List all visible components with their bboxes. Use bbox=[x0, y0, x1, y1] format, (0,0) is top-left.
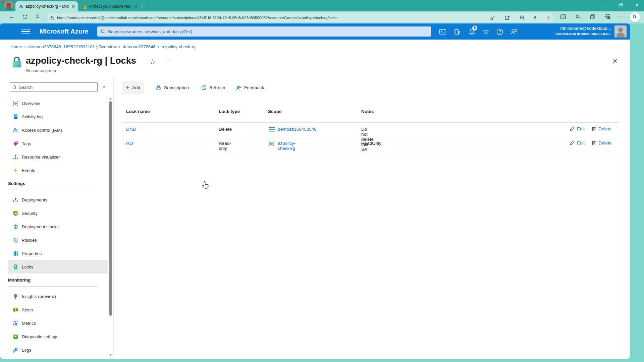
table-divider bbox=[122, 122, 619, 123]
browser-profile-avatar[interactable] bbox=[4, 1, 13, 10]
delete-trash-icon[interactable] bbox=[591, 126, 596, 131]
breadcrumb-home[interactable]: Home bbox=[10, 44, 22, 49]
scope-link[interactable]: azpolicy-check-rg bbox=[278, 141, 296, 151]
sidebar-search-input[interactable]: Search bbox=[10, 82, 98, 92]
account-badge[interactable]: rithinskaria@kodekloud... KODEKLOUD (KOD… bbox=[543, 26, 611, 36]
scrollbar-up-arrow[interactable]: ▲ bbox=[109, 97, 112, 100]
tab-close-icon[interactable]: ✕ bbox=[71, 4, 75, 9]
edit-pencil-icon[interactable] bbox=[570, 140, 575, 145]
window-minimize-button[interactable]: — bbox=[603, 3, 608, 8]
delete-link[interactable]: Delete bbox=[598, 126, 611, 131]
sidebar-item-logs[interactable]: Logs bbox=[8, 343, 108, 357]
delete-trash-icon[interactable] bbox=[591, 140, 596, 145]
sidebar-item-deployment-stacks[interactable]: Deployment stacks bbox=[8, 220, 108, 233]
home-button[interactable]: ⌂ bbox=[36, 12, 39, 19]
sidebar-item-locks[interactable]: Locks bbox=[8, 260, 108, 274]
tab-close-icon[interactable]: ✕ bbox=[134, 4, 138, 9]
portal-menu-icon[interactable] bbox=[21, 29, 30, 34]
favorite-star-icon[interactable]: ☆ bbox=[150, 58, 156, 66]
read-aloud-icon[interactable]: A⁾ bbox=[534, 15, 538, 20]
account-tenant: KODEKLOUD (KODEKLOUDLAB.O... bbox=[543, 32, 611, 36]
sidebar-item-insights[interactable]: Insights (preview) bbox=[8, 290, 108, 303]
help-icon[interactable] bbox=[496, 28, 503, 36]
security-icon bbox=[13, 210, 18, 216]
section-divider bbox=[8, 190, 97, 190]
favorites-icon[interactable] bbox=[575, 14, 581, 20]
tab-title: Protect your Azure resources wit bbox=[89, 4, 131, 9]
sidebar-item-policies[interactable]: Policies bbox=[8, 233, 108, 247]
azure-portal-window: Microsoft Azure Search resources, servic… bbox=[0, 23, 630, 359]
sidebar-scrollbar-thumb[interactable] bbox=[109, 101, 112, 316]
sidebar-item-tags[interactable]: Tags bbox=[8, 137, 108, 150]
browser-menu-dots-icon[interactable]: ⋯ bbox=[619, 13, 624, 19]
split-screen-icon[interactable] bbox=[560, 14, 566, 20]
copilot-discover-icon[interactable]: b bbox=[630, 12, 640, 22]
sidebar-item-alerts[interactable]: Alerts bbox=[8, 303, 108, 316]
page-subtitle: Resource group bbox=[26, 68, 56, 73]
edit-link[interactable]: Edit bbox=[577, 126, 585, 131]
reload-button[interactable] bbox=[22, 14, 28, 20]
resource-group-icon bbox=[268, 141, 275, 146]
column-header-lock-name[interactable]: Lock name bbox=[126, 109, 150, 114]
new-tab-button[interactable]: + bbox=[146, 2, 150, 9]
sidebar-section-settings: Settings bbox=[8, 181, 99, 186]
subscription-lock-icon bbox=[156, 85, 161, 90]
azure-brand[interactable]: Microsoft Azure bbox=[40, 28, 89, 35]
subscription-button[interactable]: Subscription bbox=[152, 81, 193, 94]
window-restore-button[interactable] bbox=[619, 3, 623, 7]
edit-pencil-icon[interactable] bbox=[570, 126, 575, 131]
column-header-lock-type[interactable]: Lock type bbox=[219, 109, 240, 114]
column-header-notes[interactable]: Notes bbox=[361, 109, 374, 114]
directory-filter-icon[interactable] bbox=[454, 28, 461, 36]
refresh-button[interactable]: Refresh bbox=[197, 81, 229, 94]
page-title: azpolicy-check-rg | Locks bbox=[26, 56, 136, 66]
resource-lock-icon bbox=[11, 56, 22, 68]
browser-tab-inactive[interactable]: Protect your Azure resources wit ✕ bbox=[79, 1, 140, 11]
scrollbar-down-arrow[interactable]: ▼ bbox=[109, 353, 112, 357]
scope-link[interactable]: demoaz356453546 bbox=[278, 127, 317, 132]
edit-link[interactable]: Edit bbox=[577, 140, 585, 145]
sidebar-item-properties[interactable]: Properties bbox=[8, 247, 108, 260]
deployments-icon bbox=[13, 197, 18, 203]
sidebar-item-diagnostic-settings[interactable]: Diagnostic settings bbox=[8, 330, 108, 343]
sidebar-section-monitoring: Monitoring bbox=[8, 278, 99, 283]
workspaces-icon[interactable] bbox=[505, 15, 510, 20]
address-bar[interactable]: https://portal.azure.com/#@kodekloudlab.… bbox=[47, 13, 554, 22]
refresh-icon bbox=[201, 85, 207, 90]
blade-close-icon[interactable]: × bbox=[612, 56, 618, 65]
alerts-icon bbox=[13, 307, 18, 313]
sidebar-item-access-control[interactable]: Access control (IAM) bbox=[8, 123, 108, 137]
sidebar-item-events[interactable]: Events bbox=[8, 164, 108, 177]
zoom-page-icon[interactable] bbox=[520, 15, 525, 20]
title-more-icon[interactable]: … bbox=[164, 56, 170, 63]
settings-gear-icon[interactable] bbox=[482, 28, 490, 36]
add-lock-button[interactable]: + Add bbox=[122, 81, 144, 94]
browser-tab-active[interactable]: azpolicy-check-rg - Microsoft Az ✕ bbox=[15, 1, 78, 11]
feedback-button[interactable]: Feedback bbox=[232, 81, 268, 94]
column-header-scope[interactable]: Scope bbox=[268, 109, 282, 114]
lock-name-link[interactable]: RO bbox=[126, 141, 133, 146]
delete-link[interactable]: Delete bbox=[598, 140, 611, 145]
sidebar-item-resource-visualizer[interactable]: Resource visualizer bbox=[8, 150, 108, 164]
feedback-icon bbox=[236, 85, 241, 90]
sidebar-item-security[interactable]: Security bbox=[8, 206, 108, 220]
account-avatar[interactable] bbox=[614, 25, 627, 38]
favorite-page-star-icon[interactable]: ☆ bbox=[546, 15, 551, 21]
cloud-shell-icon[interactable] bbox=[439, 28, 446, 36]
breadcrumb-subscription[interactable]: demooo2378646_1695221532181 | Overview bbox=[28, 44, 117, 49]
sidebar-item-deployments[interactable]: Deployments bbox=[8, 193, 108, 206]
row-actions: Edit Delete bbox=[570, 140, 611, 145]
password-key-icon[interactable] bbox=[490, 15, 495, 20]
sidebar-collapse-button[interactable]: « bbox=[102, 84, 105, 89]
sidebar-item-overview[interactable]: Overview bbox=[8, 97, 108, 110]
global-search-input[interactable]: Search resources, services, and docs (G+… bbox=[97, 26, 431, 37]
breadcrumb-resource-group[interactable]: azpolicy-check-rg bbox=[162, 44, 196, 49]
sidebar-item-metrics[interactable]: Metrics bbox=[8, 316, 108, 330]
header-feedback-icon[interactable] bbox=[510, 28, 518, 36]
lock-name-link[interactable]: DND bbox=[126, 127, 136, 132]
window-close-button[interactable]: × bbox=[635, 2, 639, 9]
collections-icon[interactable] bbox=[590, 14, 596, 20]
sidebar-item-activity-log[interactable]: Activity log bbox=[8, 110, 108, 123]
browser-essentials-icon[interactable] bbox=[604, 14, 611, 20]
breadcrumb-demo[interactable]: demooo2378646 bbox=[123, 44, 156, 49]
